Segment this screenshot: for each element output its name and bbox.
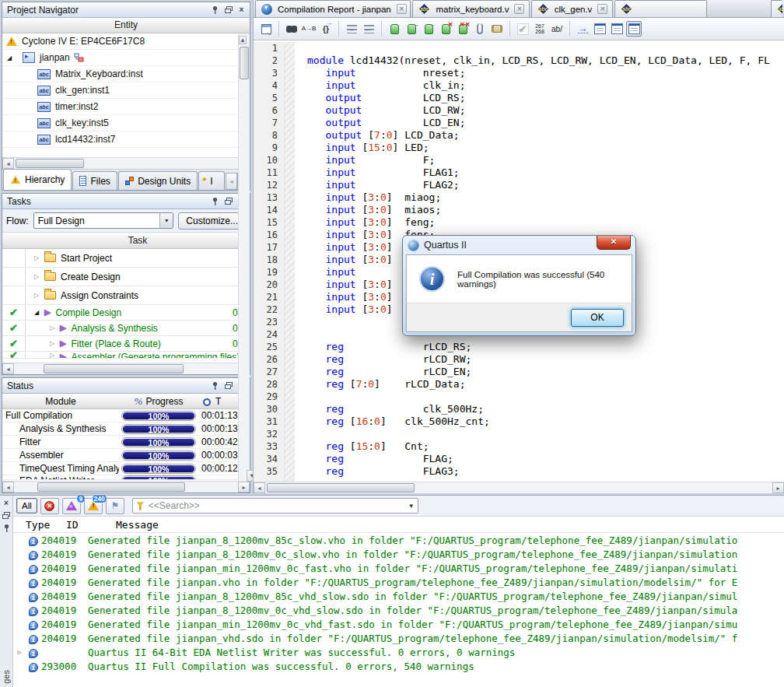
attach-icon[interactable] — [472, 21, 488, 37]
status-row[interactable]: Analysis & Synthesis100%00:00:13 — [2, 422, 238, 436]
filter-errors-button[interactable]: ✕ — [40, 498, 59, 514]
close-tab-icon[interactable]: ✕ — [514, 4, 524, 14]
customize-button[interactable]: Customize... — [178, 212, 246, 230]
scroll-thumb[interactable] — [267, 483, 415, 492]
tasks-hscrollbar[interactable]: ◂ ▸ — [2, 363, 250, 374]
message-row[interactable]: i204019Generated file jianpan_8_1200mv_0… — [13, 547, 784, 561]
close-tab-icon[interactable]: ✕ — [397, 4, 407, 14]
document-tab-clipped[interactable]: abc — [614, 0, 707, 17]
status-hscrollbar[interactable]: ◂ ▸ — [2, 481, 250, 492]
document-tab-clk-gen-v[interactable]: abcclk_gen.v✕ — [531, 0, 613, 17]
document-tab-compilation-report-jianpan[interactable]: Compilation Report - jianpan✕ — [255, 0, 411, 17]
task-table[interactable]: ▷Start Project▷Create Design▷Assign Cons… — [2, 249, 250, 363]
task-row[interactable]: ▷Start Project — [2, 249, 238, 268]
message-row[interactable]: i204019Generated file jianpan_vhd.sdo in… — [13, 631, 784, 645]
navigator-hscrollbar[interactable]: ◂ ▸ — [2, 157, 250, 169]
expand-icon[interactable]: ▷ — [47, 352, 57, 359]
navigator-tab-design-units[interactable]: Design Units — [118, 171, 198, 190]
status-row[interactable]: Assembler100%00:00:03 — [2, 449, 238, 462]
root-entity-row[interactable]: ◢ jianpan — [2, 50, 250, 66]
entity-instance-row[interactable]: abcclk_gen:inst1 — [2, 82, 250, 99]
flow-select[interactable]: Full Design ▼ — [33, 212, 174, 229]
task-row[interactable]: ✔▷▶Fitter (Place & Route)0 — [2, 336, 238, 352]
new-document-icon[interactable] — [258, 21, 274, 37]
status-row[interactable]: EDA Netlist Writer100% — [2, 475, 238, 480]
status-vscrollbar[interactable]: ▲ ▼ — [238, 377, 250, 482]
scroll-thumb[interactable] — [37, 482, 185, 492]
task-row[interactable]: ✔▷▶Assembler (Generate programming files… — [2, 352, 238, 359]
task-row[interactable]: ▷Assign Constraints — [2, 286, 238, 305]
expand-icon[interactable]: ▷ — [47, 340, 57, 347]
insert-bookmark-icon[interactable] — [387, 21, 402, 37]
outdent-icon[interactable] — [361, 21, 376, 37]
filter-all-button[interactable]: All — [16, 498, 37, 513]
expand-icon[interactable]: ▷ — [47, 324, 57, 331]
scroll-left-icon[interactable]: ◂ — [254, 482, 265, 493]
status-row[interactable]: TimeQuest Timing Analyzer100%00:00:12 — [2, 462, 238, 475]
close-icon[interactable]: × — [2, 498, 12, 508]
message-row[interactable]: i204019Generated file jianpan.vho in fol… — [13, 575, 784, 589]
chevron-down-icon[interactable]: ▼ — [159, 213, 173, 228]
navigator-tab-i[interactable]: *I — [198, 171, 225, 190]
message-search-box[interactable]: <<Search>> ▼ — [132, 498, 418, 513]
dialog-close-button[interactable]: ✕ — [597, 236, 631, 250]
navigator-tab-files[interactable]: Files — [72, 171, 117, 190]
editor-hscrollbar[interactable]: ◂ ▸ — [254, 482, 784, 493]
expand-icon[interactable]: ▷ — [32, 292, 41, 299]
float-window-icon[interactable] — [2, 510, 12, 521]
view-summary-icon[interactable] — [609, 21, 625, 37]
next-bookmark-icon[interactable]: → — [404, 21, 419, 37]
message-row[interactable]: i204019Generated file jianpan_min_1200mv… — [13, 617, 784, 631]
filter-warnings-button[interactable]: 240 — [84, 498, 103, 514]
filter-flag-button[interactable]: ⚑ — [106, 498, 124, 514]
pin-icon[interactable] — [210, 5, 220, 15]
status-row[interactable]: Full Compilation100%00:01:13 — [2, 409, 238, 422]
scroll-thumb[interactable] — [16, 159, 84, 168]
task-row[interactable]: ▷Create Design — [2, 268, 238, 286]
close-icon[interactable]: × — [236, 5, 247, 15]
view-report-icon[interactable] — [592, 21, 607, 37]
pin-icon[interactable] — [210, 380, 220, 391]
entity-instance-row[interactable]: abcclk_key:inst5 — [2, 115, 250, 131]
filter-critical-warnings-button[interactable]: 9 — [62, 498, 81, 514]
entity-instance-row[interactable]: abcMatrix_Keyboard:inst — [2, 66, 250, 82]
remove-bookmark-icon[interactable]: ✕ — [438, 21, 453, 37]
scroll-right-icon[interactable]: ▸ — [238, 482, 250, 492]
message-row[interactable]: i204019Generated file jianpan_8_1200mv_8… — [13, 533, 784, 547]
scroll-thumb[interactable] — [44, 364, 184, 373]
comment-icon[interactable]: ab/ — [549, 21, 565, 37]
scroll-tabs-left-icon[interactable]: ◂ — [226, 173, 237, 190]
pin-icon[interactable] — [210, 196, 220, 206]
spell-check-icon[interactable]: ✔ — [515, 21, 530, 37]
task-row[interactable]: ✔◢▶Compile Design0 — [2, 305, 238, 321]
float-window-icon[interactable] — [223, 5, 233, 15]
message-row[interactable]: ▷iQuartus II 64-Bit EDA Netlist Writer w… — [13, 645, 784, 659]
scroll-left-icon[interactable]: ◂ — [2, 363, 14, 374]
macro-icon[interactable] — [489, 21, 505, 37]
replace-icon[interactable]: A→B — [301, 21, 317, 37]
dialog-titlebar[interactable]: Quartus II ✕ — [406, 236, 632, 254]
float-window-icon[interactable] — [223, 380, 233, 391]
messages-list[interactable]: i204019Generated file jianpan_8_1200mv_8… — [13, 533, 784, 687]
indent-icon[interactable] — [344, 21, 359, 37]
status-row[interactable]: Fitter100%00:00:42 — [2, 436, 238, 449]
message-row[interactable]: i204019Generated file jianpan_8_1200mv_0… — [13, 603, 784, 617]
entity-instance-row[interactable]: abclcd14432:inst7 — [2, 131, 250, 148]
ok-button[interactable]: OK — [571, 309, 624, 327]
document-tab-matrix-keyboard-v[interactable]: abcmatrix_keyboard.v✕ — [412, 0, 529, 17]
previous-bookmark-icon[interactable]: ← — [421, 21, 436, 37]
scroll-left-icon[interactable]: ◂ — [2, 158, 14, 169]
float-window-icon[interactable] — [223, 196, 233, 206]
goto-icon[interactable]: → — [575, 21, 590, 37]
view-messages-icon[interactable] — [626, 21, 642, 37]
message-row[interactable]: i204019Generated file jianpan_min_1200mv… — [13, 561, 784, 575]
scroll-left-icon[interactable]: ◂ — [2, 482, 14, 492]
task-row[interactable]: ✔▷▶Analysis & Synthesis0 — [2, 321, 238, 336]
expand-icon[interactable]: ◢ — [32, 309, 41, 316]
find-matching-delimiter-icon[interactable]: {} — [318, 21, 334, 37]
navigator-tab-hierarchy[interactable]: Hierarchy — [3, 169, 72, 190]
scroll-down-icon[interactable]: ▼ — [247, 470, 250, 482]
entity-tree[interactable]: Cyclone IV E: EP4CE6F17C8 ◢ jianpan abcM… — [2, 33, 250, 157]
messages-tab-label[interactable]: ges — [2, 670, 11, 684]
find-icon[interactable] — [284, 21, 299, 37]
